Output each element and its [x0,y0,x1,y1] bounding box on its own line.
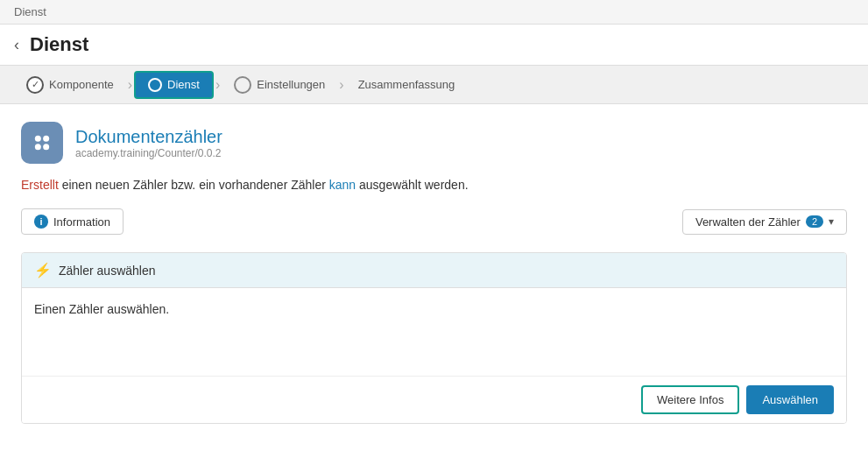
info-button-label: Information [53,215,110,229]
section-card: ⚡ Zähler auswählen Einen Zähler auswähle… [21,252,847,424]
action-row: i Information Verwalten der Zähler 2 ▾ [21,208,847,235]
weitere-infos-button[interactable]: Weitere Infos [641,385,739,414]
step-icon-einstellungen [234,76,251,94]
step-arrow-2: › [215,77,220,93]
main-content: Dokumentenzähler academy.training/Counte… [0,104,868,441]
step-arrow-1: › [128,77,132,93]
chevron-down-icon: ▾ [829,215,834,228]
service-icon [21,122,63,164]
section-body-normal: Einen Zähler [34,302,107,316]
section-body-link[interactable]: auswählen. [107,302,169,316]
manage-dropdown-label: Verwalten der Zähler [695,215,801,229]
page-title: Dienst [30,33,88,56]
lightning-icon: ⚡ [34,262,52,278]
desc-part-blue: kann [329,178,356,192]
section-card-header: ⚡ Zähler auswählen [22,253,846,288]
button-row: Weitere Infos Auswählen [22,376,846,423]
wizard-step-dienst[interactable]: Dienst [134,71,214,99]
svg-point-2 [35,144,41,150]
service-subtitle: academy.training/Counter/0.0.2 [75,147,222,159]
information-button[interactable]: i Information [21,208,123,235]
desc-part-normal1: einen neuen Zähler bzw. ein vorhandener … [62,178,329,192]
desc-part-normal2: ausgewählt werden. [359,178,469,192]
wizard-step-zusammenfassung[interactable]: Zusammenfassung [346,73,468,96]
service-title: Dokumentenzähler [75,127,222,147]
step-icon-dienst [148,78,162,92]
svg-point-0 [35,136,41,142]
top-bar-title: Dienst [14,5,46,18]
section-card-body: Einen Zähler auswählen. [22,288,846,376]
step-label-zusammenfassung: Zusammenfassung [358,78,455,91]
manage-dropdown-button[interactable]: Verwalten der Zähler 2 ▾ [682,209,847,235]
step-label-dienst: Dienst [167,78,200,91]
step-arrow-3: › [339,77,343,93]
top-bar: Dienst [0,0,868,25]
wizard-step-einstellungen[interactable]: Einstellungen [222,71,337,99]
section-header-title: Zähler auswählen [59,264,156,278]
service-header: Dokumentenzähler academy.training/Counte… [21,122,847,164]
svg-point-3 [43,144,49,150]
step-label-einstellungen: Einstellungen [257,78,325,91]
step-icon-komponente: ✓ [26,76,44,94]
desc-part-red: Erstellt [21,178,59,192]
manage-badge: 2 [806,215,823,228]
info-icon: i [34,215,48,229]
dots-icon [30,130,54,155]
service-info: Dokumentenzähler academy.training/Counte… [75,127,222,159]
auswaehlen-button[interactable]: Auswählen [746,385,834,414]
header: ‹ Dienst [0,25,868,66]
svg-point-1 [43,136,49,142]
back-button[interactable]: ‹ [14,36,19,54]
step-label-komponente: Komponente [49,78,114,91]
wizard-steps: ✓ Komponente › Dienst › Einstellungen › … [0,66,868,104]
service-description: Erstellt einen neuen Zähler bzw. ein vor… [21,176,847,194]
wizard-step-komponente[interactable]: ✓ Komponente [14,71,126,99]
